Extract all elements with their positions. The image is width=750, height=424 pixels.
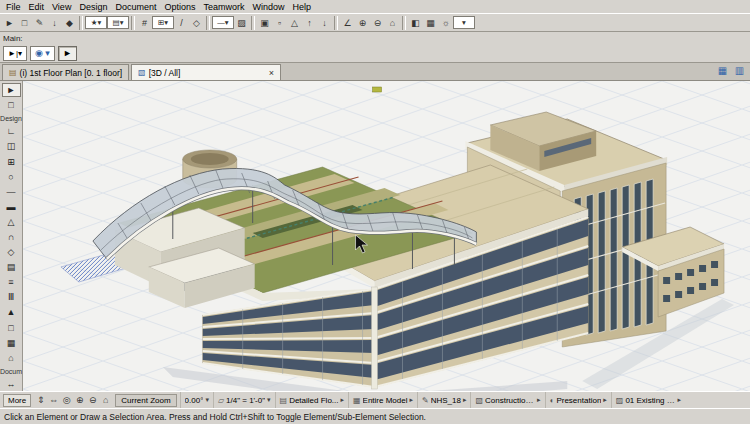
pan-icon[interactable]: ⇔ <box>47 394 60 407</box>
group-icon[interactable]: ▣ <box>257 15 272 30</box>
pen-set-icon[interactable]: ◆ <box>62 15 77 30</box>
scale-dropdown[interactable]: ▱ 1/4" = 1'-0" ▾ <box>213 392 275 408</box>
door-tool-icon[interactable]: ◫ <box>2 139 21 153</box>
line-style-combo[interactable]: —▾ <box>212 16 234 29</box>
dropdown-label: Detailed Flo... <box>289 396 338 405</box>
zone-tool-icon[interactable]: □ <box>2 321 21 335</box>
dropdown-label: Presentation <box>556 396 601 405</box>
arrow-tool[interactable]: ► <box>2 83 21 97</box>
shell-tool-icon[interactable]: ∩ <box>2 230 21 244</box>
arrow-options-combo[interactable]: ►|▾ <box>3 46 27 61</box>
dropdown-icon: ▦ <box>353 396 361 405</box>
chevron-right-icon: ▸ <box>341 396 345 404</box>
window-tool-icon[interactable]: ⊞ <box>2 155 21 169</box>
navigator-icon[interactable]: ▦ <box>715 63 730 78</box>
toolbar-separator <box>402 16 406 30</box>
measure-icon[interactable]: ∠ <box>340 15 355 30</box>
menu-item[interactable]: Help <box>289 2 316 12</box>
menu-item[interactable]: File <box>2 2 25 12</box>
snap-points-icon[interactable]: ◇ <box>189 15 204 30</box>
zoom-out-icon[interactable]: ⊖ <box>370 15 385 30</box>
sun-study-icon[interactable]: ☼ <box>438 15 453 30</box>
guide-lines-icon[interactable]: / <box>174 15 189 30</box>
zoom-out-icon[interactable]: ⊖ <box>86 394 99 407</box>
floor-plan-cut-plane-dropdown[interactable]: ▤ Detailed Flo... ▸ <box>275 392 348 408</box>
curtain-wall-tool-icon[interactable]: ▤ <box>2 260 21 274</box>
view-tab-bar: ▤ (i) 1st Floor Plan [0. 1 floor] ▧ [3D … <box>0 63 750 81</box>
marquee-tool-icon[interactable]: □ <box>17 15 32 30</box>
menu-item[interactable]: Teamwork <box>199 2 248 12</box>
pick-up-parameters-icon[interactable]: ✎ <box>32 15 47 30</box>
tab-floor-plan-label: (i) 1st Floor Plan [0. 1 floor] <box>20 68 123 78</box>
selection-method-combo[interactable]: ◉ ▾ <box>30 46 55 61</box>
wall-tool-icon[interactable]: ∟ <box>2 124 21 138</box>
beam-tool-icon[interactable]: — <box>2 185 21 199</box>
organizer-icon[interactable]: ▥ <box>732 63 747 78</box>
workspace: ► □ Design ∟◫⊞○—▬△∩◇▤≡Ⅲ▲□▦⌂ Docum ↔ <box>0 81 750 391</box>
camera-path-icon[interactable]: ▦ <box>423 15 438 30</box>
dimension-tool-icon[interactable]: ↔ <box>2 377 21 391</box>
skylight-tool-icon[interactable]: ◇ <box>2 245 21 259</box>
scroll-zoom-icon[interactable]: ⇕ <box>34 394 47 407</box>
main-palette-row: ►|▾ ◉ ▾ ► <box>0 44 750 63</box>
dropdown-icon: ◐ <box>550 396 555 405</box>
lock-icon[interactable]: △ <box>287 15 302 30</box>
graphic-override-dropdown[interactable]: ◐ Presentation ▸ <box>545 392 611 408</box>
arrow-tool-icon[interactable]: ► <box>2 15 17 30</box>
orientation-dropdown[interactable]: 0.00° ▾ <box>180 392 213 408</box>
arrow-mode-button[interactable]: ► <box>58 46 77 61</box>
favorites-combo[interactable]: ★▾ <box>85 16 107 29</box>
menu-item[interactable]: View <box>48 2 75 12</box>
tab-floor-plan[interactable]: ▤ (i) 1st Floor Plan [0. 1 floor] <box>2 64 129 80</box>
toolbox-more-button[interactable]: More <box>3 394 31 407</box>
dropdown-icon: ▨ <box>616 396 624 405</box>
object-tool-icon[interactable]: ⌂ <box>2 351 21 365</box>
3d-model-viewport[interactable] <box>23 81 750 391</box>
menu-bar: FileEditViewDesignDocumentOptionsTeamwor… <box>0 0 750 13</box>
tab-3d-label: [3D / All] <box>149 68 181 78</box>
mesh-tool-icon[interactable]: ▦ <box>2 336 21 350</box>
suspend-groups-icon[interactable]: ▫ <box>272 15 287 30</box>
zoom-in-icon[interactable]: ⊕ <box>73 394 86 407</box>
slab-tool-icon[interactable]: ▬ <box>2 200 21 214</box>
standard-toolbar: ► □ ✎ ↓ ◆ ★▾ ▤▾ # ⊞▾ / ◇ —▾ ▨ <box>0 13 750 32</box>
tab-3d-view[interactable]: ▧ [3D / All] × <box>131 64 281 80</box>
fit-in-window-icon[interactable]: ⌂ <box>99 394 112 407</box>
marquee-tool[interactable]: □ <box>2 98 21 112</box>
chevron-right-icon: ▸ <box>410 396 414 404</box>
renovation-filter-dropdown[interactable]: ▨ 01 Existing Pl... ▸ <box>611 392 685 408</box>
fill-style-icon[interactable]: ▨ <box>234 15 249 30</box>
status-bar: Click an Element or Draw a Selection Are… <box>0 408 750 424</box>
zoom-in-icon[interactable]: ⊕ <box>355 15 370 30</box>
model-view-options-dropdown[interactable]: ▧ Construction... ▸ <box>470 392 544 408</box>
menu-item[interactable]: Window <box>248 2 288 12</box>
inject-parameters-icon[interactable]: ↓ <box>47 15 62 30</box>
chevron-right-icon: ▸ <box>603 396 607 404</box>
dropdown-label: 01 Existing Pl... <box>625 396 675 405</box>
menu-item[interactable]: Options <box>160 2 199 12</box>
close-tab-icon[interactable]: × <box>255 68 274 78</box>
current-zoom-button[interactable]: Current Zoom <box>115 394 176 407</box>
toolbar-separator <box>131 16 135 30</box>
3d-visualization-icon[interactable]: ◧ <box>408 15 423 30</box>
layers-combo[interactable]: ▤▾ <box>107 16 129 29</box>
stair-tool-icon[interactable]: ≡ <box>2 275 21 289</box>
toolbox: ► □ Design ∟◫⊞○—▬△∩◇▤≡Ⅲ▲□▦⌂ Docum ↔ <box>0 81 23 391</box>
fit-view-icon[interactable]: ⌂ <box>385 15 400 30</box>
zoom-box-icon[interactable]: ◎ <box>60 394 73 407</box>
pen-set-dropdown[interactable]: ✎ NHS_18 ▸ <box>417 392 470 408</box>
menu-item[interactable]: Document <box>111 2 160 12</box>
snap-options-combo[interactable]: ⊞▾ <box>152 16 174 29</box>
bring-forward-icon[interactable]: ↑ <box>302 15 317 30</box>
railing-tool-icon[interactable]: Ⅲ <box>2 290 21 304</box>
column-tool-icon[interactable]: ○ <box>2 170 21 184</box>
morph-tool-icon[interactable]: ▲ <box>2 305 21 319</box>
send-backward-icon[interactable]: ↓ <box>317 15 332 30</box>
menu-item[interactable]: Design <box>75 2 111 12</box>
grid-snap-icon[interactable]: # <box>137 15 152 30</box>
tab-bar-right-icons: ▦▥ <box>715 63 750 80</box>
menu-item[interactable]: Edit <box>25 2 49 12</box>
partial-structure-display-dropdown[interactable]: ▦ Entire Model ▸ <box>348 392 417 408</box>
more-options-combo[interactable]: ▾ <box>453 16 475 29</box>
roof-tool-icon[interactable]: △ <box>2 215 21 229</box>
